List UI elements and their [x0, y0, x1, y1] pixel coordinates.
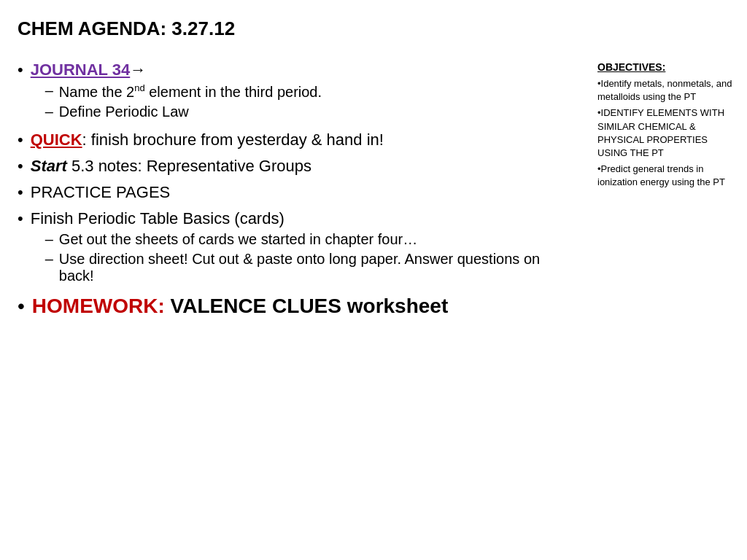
start-content: Start 5.3 notes: Representative Groups [31, 157, 576, 176]
list-item-quick: • QUICK: finish brochure from yesterday … [18, 131, 576, 149]
journal-label: JOURNAL 34 [31, 61, 131, 79]
sidebar-title: OBJECTIVES: [597, 61, 732, 73]
bullet-start: • [18, 157, 23, 176]
practice-content: PRACTICE PAGES [31, 183, 576, 202]
homework-label: HOMEWORK: [32, 295, 165, 317]
sidebar-item-3: •Predict general trends in ionization en… [597, 163, 732, 189]
dash-icon: – [45, 104, 53, 120]
journal-sub-list: – Name the 2nd element in the third peri… [31, 82, 576, 120]
dash-icon: – [45, 251, 53, 268]
start-text: 5.3 notes: Representative Groups [67, 157, 311, 175]
quick-label: QUICK [31, 131, 82, 149]
list-item: – Name the 2nd element in the third peri… [45, 82, 576, 101]
start-label: Start [31, 157, 67, 175]
journal-content: JOURNAL 34→ – Name the 2nd element in th… [31, 61, 576, 123]
finish-text: Finish Periodic Table Basics (cards) [31, 209, 285, 228]
finish-sub-2: Use direction sheet! Cut out & paste ont… [59, 251, 576, 284]
dash-icon: – [45, 82, 53, 99]
journal-sub-2: Define Periodic Law [59, 104, 189, 120]
page-title: CHEM AGENDA: 3.27.12 [18, 18, 576, 40]
finish-sub-list: – Get out the sheets of cards we started… [31, 231, 576, 284]
journal-sub-1: Name the 2nd element in the third period… [59, 82, 322, 101]
quick-content: QUICK: finish brochure from yesterday & … [31, 131, 576, 149]
list-item-journal: • JOURNAL 34→ – Name the 2nd element in … [18, 61, 576, 123]
bullet-journal: • [18, 61, 23, 79]
list-item-homework: • HOMEWORK: VALENCE CLUES worksheet [18, 295, 576, 318]
homework-content: HOMEWORK: VALENCE CLUES worksheet [32, 295, 576, 318]
bullet-finish: • [18, 209, 23, 228]
list-item: – Define Periodic Law [45, 104, 576, 120]
quick-text: : finish brochure from yesterday & hand … [82, 131, 384, 149]
sidebar-content: •Identify metals, nonmetals, and metallo… [597, 77, 732, 190]
list-item-start: • Start 5.3 notes: Representative Groups [18, 157, 576, 176]
sidebar-item-2: •IDENTIFY ELEMENTS WITH SIMILAR CHEMICAL… [597, 106, 732, 160]
bullet-homework: • [18, 295, 25, 318]
arrow-icon: → [130, 61, 146, 79]
list-item-practice: • PRACTICE PAGES [18, 183, 576, 202]
list-item: – Get out the sheets of cards we started… [45, 231, 576, 248]
practice-text: PRACTICE PAGES [31, 183, 171, 201]
agenda-list: • JOURNAL 34→ – Name the 2nd element in … [18, 61, 576, 318]
list-item-finish: • Finish Periodic Table Basics (cards) –… [18, 209, 576, 287]
main-container: CHEM AGENDA: 3.27.12 • JOURNAL 34→ – Nam… [0, 0, 747, 560]
dash-icon: – [45, 231, 53, 248]
sidebar-item-1: •Identify metals, nonmetals, and metallo… [597, 77, 732, 104]
bullet-quick: • [18, 131, 23, 149]
content-area: CHEM AGENDA: 3.27.12 • JOURNAL 34→ – Nam… [18, 18, 590, 545]
finish-content: Finish Periodic Table Basics (cards) – G… [31, 209, 576, 287]
homework-text: VALENCE CLUES worksheet [165, 295, 448, 317]
list-item: – Use direction sheet! Cut out & paste o… [45, 251, 576, 284]
sidebar: OBJECTIVES: •Identify metals, nonmetals,… [590, 18, 732, 545]
bullet-practice: • [18, 183, 23, 202]
finish-sub-1: Get out the sheets of cards we started i… [59, 231, 417, 248]
